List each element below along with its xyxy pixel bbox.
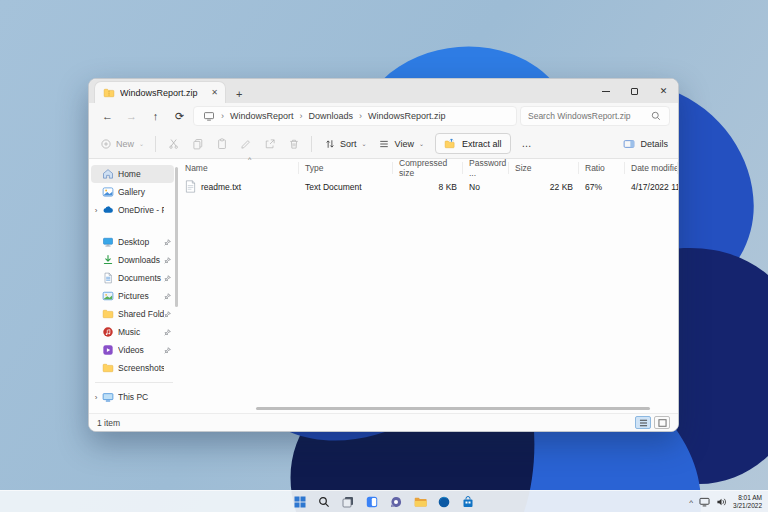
paste-icon[interactable] (215, 137, 228, 150)
sidebar-item-label: Desktop (118, 237, 164, 247)
more-button[interactable]: … (522, 138, 533, 149)
clock[interactable]: 8:01 AM 3/21/2022 (733, 494, 762, 510)
expand-chevron-icon[interactable]: › (91, 393, 101, 402)
file-ratio: 67% (579, 182, 625, 192)
this-pc-icon (101, 391, 114, 404)
maximize-icon (631, 88, 638, 95)
view-button[interactable]: View ⌄ (378, 137, 424, 150)
details-button[interactable]: Details (622, 137, 668, 150)
sidebar-item-videos[interactable]: Videos (91, 341, 174, 359)
close-button[interactable]: ✕ (649, 79, 678, 103)
up-button[interactable]: ↑ (145, 106, 166, 126)
column-header-ratio[interactable]: Ratio (579, 162, 625, 174)
horizontal-scrollbar[interactable] (256, 407, 650, 410)
explorer-tab[interactable]: WindowsReport.zip ✕ (94, 81, 226, 103)
delete-icon[interactable] (287, 137, 300, 150)
forward-button[interactable]: → (121, 106, 142, 126)
column-header-size[interactable]: Size (509, 162, 579, 174)
refresh-button[interactable]: ⟳ (169, 106, 190, 126)
sidebar-item-gallery[interactable]: Gallery (91, 183, 174, 201)
table-row[interactable]: readme.txt Text Document 8 KB No 22 KB 6… (179, 177, 678, 196)
file-explorer-window: WindowsReport.zip ✕ + ✕ ← → ↑ ⟳ › Window… (88, 78, 679, 432)
sidebar-item-this-pc[interactable]: › This PC (91, 388, 174, 406)
back-button[interactable]: ← (97, 106, 118, 126)
breadcrumb-item[interactable]: Downloads (309, 111, 354, 121)
sidebar-item-documents[interactable]: Documents (91, 269, 174, 287)
view-toggles (635, 416, 670, 429)
sidebar-item-screenshots[interactable]: Screenshots (91, 359, 174, 377)
cut-icon[interactable] (167, 137, 180, 150)
search-icon (649, 110, 662, 123)
chat-icon[interactable] (387, 493, 405, 511)
view-icon (378, 137, 391, 150)
caret-down-icon: ⌄ (419, 140, 424, 147)
volume-tray-icon[interactable] (716, 493, 727, 511)
details-pane-icon (622, 137, 635, 150)
search-taskbar-icon[interactable] (315, 493, 333, 511)
sidebar-item-desktop[interactable]: Desktop (91, 233, 174, 251)
start-button[interactable] (291, 493, 309, 511)
new-button[interactable]: New ⌄ (99, 137, 144, 150)
copy-icon[interactable] (191, 137, 204, 150)
extract-all-button[interactable]: Extract all (435, 133, 511, 154)
sidebar-item-music[interactable]: Music (91, 323, 174, 341)
desktop-icon (101, 236, 114, 249)
widgets-icon[interactable] (363, 493, 381, 511)
new-plus-icon (99, 137, 112, 150)
file-password: No (463, 182, 509, 192)
column-header-name[interactable]: Name ^ (179, 162, 299, 174)
new-tab-button[interactable]: + (236, 88, 242, 100)
pin-icon (164, 329, 172, 336)
caret-down-icon: ⌄ (362, 140, 367, 147)
text-file-icon (185, 180, 196, 193)
thumbnail-view-toggle[interactable] (654, 416, 670, 429)
edge-icon[interactable] (435, 493, 453, 511)
file-date-modified: 4/17/2022 11:1 (625, 182, 678, 192)
breadcrumb-item[interactable]: WindowsReport (230, 111, 294, 121)
display-tray-icon[interactable] (699, 493, 710, 511)
chevron-icon: › (359, 111, 362, 121)
file-explorer-taskbar-icon[interactable] (411, 493, 429, 511)
pin-icon (164, 347, 172, 354)
titlebar: WindowsReport.zip ✕ + ✕ (89, 79, 678, 103)
minimize-button[interactable] (591, 79, 620, 103)
column-header-date-modified[interactable]: Date modified (625, 162, 678, 174)
breadcrumb-item[interactable]: WindowsReport.zip (368, 111, 446, 121)
column-header-password[interactable]: Password ... (463, 162, 509, 174)
sidebar-item-onedrive[interactable]: › OneDrive - Pers (91, 201, 174, 219)
expand-chevron-icon[interactable]: › (91, 206, 101, 215)
share-icon[interactable] (263, 137, 276, 150)
extract-folder-icon (444, 137, 457, 150)
sidebar-item-shared-folder[interactable]: Shared Folde (91, 305, 174, 323)
command-bar: New ⌄ (89, 129, 678, 159)
tab-close-icon[interactable]: ✕ (211, 88, 218, 97)
maximize-button[interactable] (620, 79, 649, 103)
sidebar-item-pictures[interactable]: Pictures (91, 287, 174, 305)
sidebar-item-label: Gallery (118, 187, 164, 197)
sidebar-item-home[interactable]: Home (91, 165, 174, 183)
tray-date: 3/21/2022 (733, 502, 762, 510)
task-view-icon[interactable] (339, 493, 357, 511)
taskbar: ^ 8:01 AM 3/21/2022 (0, 490, 768, 512)
chevron-icon: › (300, 111, 303, 121)
column-header-compressed-size[interactable]: Compressed size (393, 162, 463, 174)
details-view-toggle[interactable] (635, 416, 651, 429)
status-bar: 1 item (89, 413, 678, 431)
column-header-type[interactable]: Type (299, 162, 393, 174)
search-input[interactable] (528, 111, 644, 121)
address-bar[interactable]: › WindowsReport › Downloads › WindowsRep… (193, 106, 517, 126)
sidebar-item-downloads[interactable]: Downloads (91, 251, 174, 269)
sort-button[interactable]: Sort ⌄ (323, 137, 367, 150)
hidden-icons-chevron[interactable]: ^ (689, 498, 693, 507)
store-icon[interactable] (459, 493, 477, 511)
documents-icon (101, 272, 114, 285)
onedrive-cloud-icon (101, 204, 114, 217)
file-name: readme.txt (201, 182, 241, 192)
chevron-icon: › (221, 111, 224, 121)
folder-icon (101, 362, 114, 375)
search-box[interactable] (520, 106, 670, 126)
sidebar-scrollbar[interactable] (175, 167, 178, 307)
folder-icon (101, 308, 114, 321)
rename-icon[interactable] (239, 137, 252, 150)
sidebar-item-label: Pictures (118, 291, 164, 301)
